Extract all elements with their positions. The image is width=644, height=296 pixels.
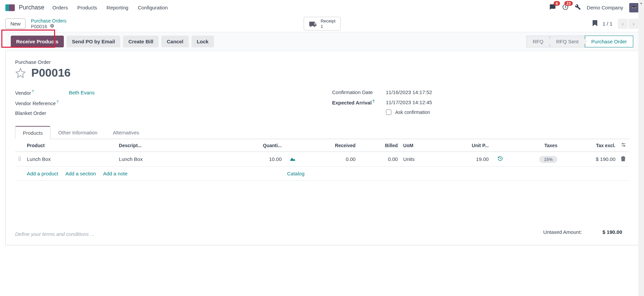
receipt-stat-button[interactable]: Receipt 1 bbox=[303, 17, 340, 31]
delete-row-icon[interactable] bbox=[621, 157, 626, 162]
tab-other-information[interactable]: Other Information bbox=[50, 126, 105, 139]
app-title[interactable]: Purchase bbox=[19, 4, 44, 11]
svg-point-5 bbox=[622, 143, 623, 144]
col-product[interactable]: Product bbox=[24, 139, 116, 152]
document-title: P00016 bbox=[31, 66, 71, 79]
cell-tax-excl: $ 190.00 bbox=[560, 152, 618, 167]
send-po-button[interactable]: Send PO by Email bbox=[67, 36, 120, 47]
table-row[interactable]: ⠿ Lunch Box Lunch Box 10.00 0.00 0.00 Un… bbox=[15, 152, 629, 167]
breadcrumb-parent[interactable]: Purchase Orders bbox=[31, 18, 67, 24]
col-taxes[interactable]: Taxes bbox=[506, 139, 560, 152]
gear-icon[interactable] bbox=[50, 24, 54, 29]
pager-prev-button[interactable]: ‹ bbox=[618, 19, 628, 29]
company-name[interactable]: Demo Company bbox=[587, 5, 623, 10]
debug-icon[interactable] bbox=[575, 4, 581, 11]
catalog-link[interactable]: Catalog bbox=[287, 171, 305, 176]
col-description[interactable]: Descript... bbox=[116, 139, 208, 152]
receipt-label: Receipt bbox=[320, 18, 335, 24]
form-sheet: Purchase Order P00016 Vendor? Beth Evans… bbox=[5, 51, 639, 245]
cell-uom[interactable]: Units bbox=[400, 152, 440, 167]
activities-icon[interactable]: 23 bbox=[562, 4, 569, 11]
status-steps: RFQ RFQ Sent Purchase Order bbox=[526, 36, 633, 47]
messages-icon[interactable]: 6 bbox=[549, 4, 556, 11]
svg-rect-4 bbox=[632, 6, 636, 7]
terms-conditions-input[interactable]: Define your terms and conditions ... bbox=[15, 231, 535, 237]
scroll-up-icon[interactable]: ▴ bbox=[638, 0, 644, 6]
breadcrumb: Purchase Orders P00016 bbox=[31, 18, 67, 29]
lock-button[interactable]: Lock bbox=[191, 36, 214, 47]
status-bar: Receive Products Send PO by Email Create… bbox=[5, 32, 639, 51]
vertical-scrollbar[interactable]: ▴ bbox=[638, 0, 644, 245]
cell-description[interactable]: Lunch Box bbox=[116, 152, 208, 167]
tabs: Products Other Information Alternatives bbox=[15, 126, 629, 139]
bookmark-icon[interactable] bbox=[593, 20, 597, 27]
col-billed[interactable]: Billed bbox=[358, 139, 400, 152]
help-icon[interactable]: ? bbox=[32, 89, 34, 93]
order-lines-table: Product Descript... Quanti... Received B… bbox=[15, 139, 629, 211]
tab-alternatives[interactable]: Alternatives bbox=[105, 126, 147, 139]
ask-confirmation-checkbox[interactable] bbox=[386, 110, 391, 115]
cell-product[interactable]: Lunch Box bbox=[24, 152, 116, 167]
step-rfq[interactable]: RFQ bbox=[526, 36, 550, 47]
history-icon[interactable] bbox=[498, 157, 503, 162]
nav-configuration[interactable]: Configuration bbox=[138, 5, 168, 10]
untaxed-amount-value: $ 190.00 bbox=[595, 229, 622, 235]
new-button[interactable]: New bbox=[5, 18, 26, 29]
add-product-link[interactable]: Add a product bbox=[27, 171, 58, 176]
cell-billed[interactable]: 0.00 bbox=[358, 152, 400, 167]
nav-orders[interactable]: Orders bbox=[52, 5, 68, 10]
cell-taxes[interactable]: 15% bbox=[539, 156, 557, 163]
truck-icon bbox=[308, 20, 317, 27]
pager-next-button[interactable]: › bbox=[629, 19, 639, 29]
cancel-button[interactable]: Cancel bbox=[161, 36, 188, 47]
vendor-label: Vendor bbox=[15, 90, 31, 96]
receipt-count: 1 bbox=[320, 24, 335, 29]
svg-rect-1 bbox=[630, 4, 638, 11]
help-icon[interactable]: ? bbox=[56, 100, 58, 104]
add-section-link[interactable]: Add a section bbox=[66, 171, 96, 176]
confirm-date-label: Confirmation Date bbox=[332, 89, 386, 95]
vendor-ref-label: Vendor Reference bbox=[15, 100, 56, 106]
totals: Untaxed Amount: $ 190.00 bbox=[535, 227, 629, 237]
tab-products[interactable]: Products bbox=[15, 126, 50, 139]
document-type-label: Purchase Order bbox=[15, 59, 629, 65]
expected-arrival-label: Expected Arrival bbox=[332, 100, 372, 105]
untaxed-amount-label: Untaxed Amount: bbox=[535, 229, 582, 235]
cell-received[interactable]: 0.00 bbox=[298, 152, 358, 167]
cell-quantity[interactable]: 10.00 bbox=[208, 152, 285, 167]
star-icon[interactable] bbox=[15, 68, 26, 78]
activities-badge: 23 bbox=[564, 1, 572, 6]
nav-products[interactable]: Products bbox=[77, 5, 97, 10]
messages-badge: 6 bbox=[554, 1, 560, 6]
create-bill-button[interactable]: Create Bill bbox=[123, 36, 159, 47]
forecast-icon[interactable] bbox=[290, 156, 295, 162]
breadcrumb-current: P00016 bbox=[31, 24, 47, 29]
help-icon[interactable]: ? bbox=[372, 99, 375, 103]
blanket-order-label: Blanket Order bbox=[15, 110, 69, 116]
pager-text[interactable]: 1 / 1 bbox=[603, 21, 612, 27]
col-uom[interactable]: UoM bbox=[400, 139, 440, 152]
svg-point-6 bbox=[624, 145, 625, 146]
step-rfq-sent[interactable]: RFQ Sent bbox=[550, 36, 585, 47]
top-navigation: Purchase Orders Products Reporting Confi… bbox=[0, 0, 644, 15]
confirm-date-value[interactable]: 11/16/2023 14:17:52 bbox=[386, 89, 432, 95]
col-received[interactable]: Received bbox=[298, 139, 358, 152]
app-icon[interactable] bbox=[5, 4, 15, 11]
vendor-value[interactable]: Beth Evans bbox=[69, 90, 95, 95]
add-note-link[interactable]: Add a note bbox=[103, 171, 128, 176]
ask-confirmation-label: Ask confirmation bbox=[395, 110, 430, 115]
col-tax-excl[interactable]: Tax excl. bbox=[560, 139, 618, 152]
add-row: Add a product Add a section Add a note C… bbox=[15, 167, 629, 181]
control-bar: New Purchase Orders P00016 Receipt 1 1 /… bbox=[0, 15, 644, 32]
user-avatar[interactable] bbox=[629, 3, 639, 12]
receive-products-button[interactable]: Receive Products bbox=[11, 36, 64, 47]
cell-unit-price[interactable]: 19.00 bbox=[440, 152, 491, 167]
expected-arrival-value[interactable]: 11/17/2023 14:12:45 bbox=[386, 99, 432, 105]
column-settings-icon[interactable] bbox=[621, 143, 626, 148]
col-quantity[interactable]: Quanti... bbox=[208, 139, 285, 152]
nav-reporting[interactable]: Reporting bbox=[106, 5, 128, 10]
drag-handle-icon[interactable]: ⠿ bbox=[18, 156, 22, 162]
step-purchase-order[interactable]: Purchase Order bbox=[585, 36, 633, 47]
col-unit-price[interactable]: Unit P... bbox=[440, 139, 491, 152]
